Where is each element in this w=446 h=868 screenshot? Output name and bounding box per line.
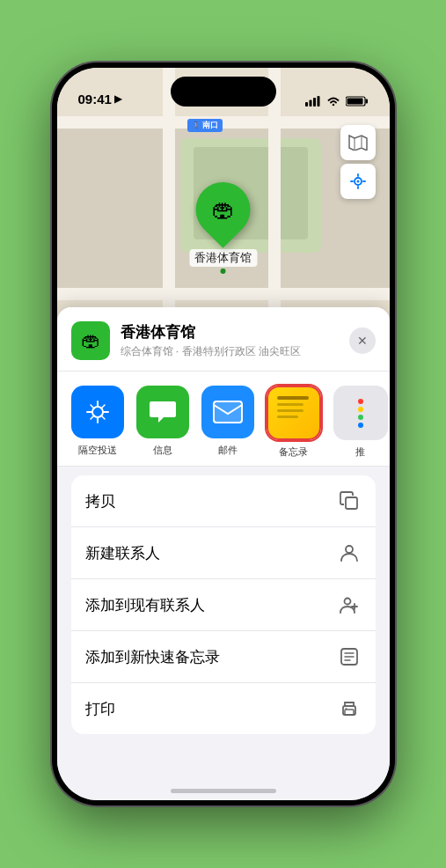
venue-sub: 综合体育馆 · 香港特别行政区 油尖旺区	[121, 344, 339, 359]
notes-label: 备忘录	[279, 445, 308, 459]
phone-frame: 09:41 ▶	[52, 63, 395, 805]
pin-icon: 🏟	[212, 196, 235, 224]
svg-rect-6	[347, 99, 362, 105]
messages-icon[interactable]	[136, 386, 189, 438]
share-item-mail[interactable]: 邮件	[201, 386, 254, 459]
map-type-btn[interactable]	[340, 125, 376, 160]
svg-point-14	[344, 599, 350, 605]
phone-screen: 09:41 ▶	[57, 68, 390, 800]
location-icon: ▶	[114, 93, 121, 105]
airdrop-icon[interactable]	[71, 386, 124, 438]
person-icon	[337, 541, 362, 565]
note-icon	[337, 644, 362, 669]
svg-point-8	[356, 180, 359, 183]
time-display: 09:41	[78, 92, 112, 107]
action-new-contact-label: 新建联系人	[85, 543, 160, 563]
svg-point-18	[345, 708, 347, 710]
venue-icon: 🏟	[71, 321, 110, 360]
home-indicator	[171, 789, 276, 793]
action-add-existing[interactable]: 添加到现有联系人	[71, 579, 376, 631]
action-copy[interactable]: 拷贝	[71, 475, 376, 527]
close-button[interactable]: ✕	[349, 327, 376, 354]
share-item-more[interactable]: 推	[333, 386, 388, 459]
mail-label: 邮件	[218, 444, 238, 457]
share-item-messages[interactable]: 信息	[136, 386, 189, 459]
pin-label: 香港体育馆	[189, 249, 257, 267]
bottom-sheet: 🏟 香港体育馆 综合体育馆 · 香港特别行政区 油尖旺区 ✕	[57, 307, 390, 800]
svg-rect-12	[346, 497, 357, 509]
action-print[interactable]: 打印	[71, 683, 376, 734]
action-print-label: 打印	[85, 699, 115, 719]
airdrop-label: 隔空投送	[78, 444, 117, 457]
dynamic-island	[171, 77, 276, 107]
battery-icon	[346, 96, 369, 107]
more-label: 推	[355, 445, 365, 459]
more-icon[interactable]	[333, 386, 388, 440]
svg-rect-10	[214, 401, 242, 423]
action-new-contact[interactable]: 新建联系人	[71, 527, 376, 579]
svg-rect-5	[365, 99, 368, 104]
print-icon	[337, 696, 362, 721]
action-list: 拷贝 新建联系人	[71, 475, 376, 734]
svg-rect-3	[317, 96, 319, 107]
svg-rect-0	[305, 102, 308, 107]
map-label: 🚶 南口	[187, 119, 223, 132]
more-dots	[358, 399, 363, 428]
venue-name: 香港体育馆	[121, 322, 339, 342]
svg-rect-2	[313, 98, 316, 107]
wifi-icon	[326, 96, 340, 107]
notes-icon[interactable]	[267, 386, 321, 440]
map-controls	[340, 125, 376, 202]
signal-icon	[305, 96, 321, 107]
pin-circle: 🏟	[185, 171, 262, 248]
action-copy-label: 拷贝	[85, 491, 115, 511]
venue-info: 香港体育馆 综合体育馆 · 香港特别行政区 油尖旺区	[121, 322, 339, 359]
status-icons	[305, 96, 369, 107]
svg-point-13	[346, 546, 353, 553]
person-add-icon	[337, 592, 362, 617]
svg-rect-17	[345, 710, 354, 715]
action-quick-note-label: 添加到新快速备忘录	[85, 647, 220, 667]
mail-icon[interactable]	[201, 386, 254, 438]
share-item-notes[interactable]: 备忘录	[267, 386, 321, 459]
svg-rect-1	[309, 100, 311, 107]
copy-icon	[337, 489, 362, 513]
share-row: 隔空投送 信息	[57, 371, 390, 467]
status-time: 09:41 ▶	[78, 92, 121, 107]
share-item-airdrop[interactable]: 隔空投送	[71, 386, 124, 459]
sheet-header: 🏟 香港体育馆 综合体育馆 · 香港特别行政区 油尖旺区 ✕	[57, 307, 390, 371]
action-add-existing-label: 添加到现有联系人	[85, 595, 205, 615]
messages-label: 信息	[153, 444, 172, 457]
location-btn[interactable]	[340, 164, 376, 199]
location-pin: 🏟 香港体育馆	[189, 182, 257, 267]
action-quick-note[interactable]: 添加到新快速备忘录	[71, 631, 376, 683]
